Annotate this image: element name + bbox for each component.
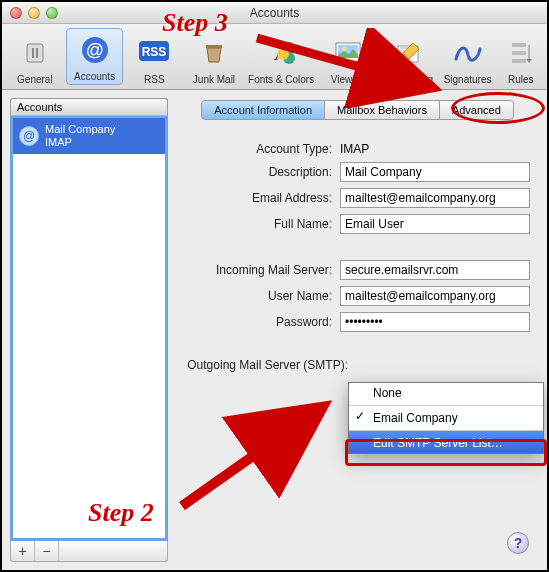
incoming-server-field[interactable] [340, 260, 530, 280]
toolbar-fonts[interactable]: A Fonts & Colors [245, 34, 318, 85]
tab-advanced[interactable]: Advanced [439, 100, 514, 120]
smtp-option-selected[interactable]: Email Company [349, 405, 543, 428]
svg-rect-2 [36, 48, 38, 58]
svg-rect-7 [206, 45, 222, 48]
incoming-label: Incoming Mail Server: [176, 263, 340, 277]
window-controls [10, 7, 58, 19]
svg-rect-16 [512, 43, 526, 47]
smtp-option-edit-list[interactable]: Edit SMTP Server List… [349, 430, 543, 453]
fullname-label: Full Name: [176, 217, 340, 231]
toolbar-general[interactable]: General [6, 34, 64, 85]
sidebar-header: Accounts [10, 98, 168, 116]
close-icon[interactable] [10, 7, 22, 19]
username-label: User Name: [176, 289, 340, 303]
svg-text:RSS: RSS [142, 45, 167, 59]
svg-point-11 [277, 48, 289, 60]
account-form: Account Type: IMAP Description: Email Ad… [176, 142, 539, 372]
main-pane: Account Information Mailbox Behaviors Ad… [176, 98, 539, 562]
toolbar-junk[interactable]: Junk Mail [185, 34, 243, 85]
svg-rect-18 [512, 59, 526, 63]
account-protocol: IMAP [45, 136, 115, 149]
accounts-list[interactable]: @ Mail Company IMAP [10, 116, 168, 541]
zoom-icon[interactable] [46, 7, 58, 19]
password-field[interactable] [340, 312, 530, 332]
tab-mailbox-behaviors[interactable]: Mailbox Behaviors [324, 100, 440, 120]
description-label: Description: [176, 165, 340, 179]
toolbar-signatures[interactable]: Signatures [439, 34, 497, 85]
titlebar: Accounts [2, 2, 547, 24]
smtp-label: Outgoing Mail Server (SMTP): [176, 358, 356, 372]
password-label: Password: [176, 315, 340, 329]
sidebar-footer: + − [10, 541, 168, 562]
toolbar-label: Viewing [331, 74, 366, 85]
toolbar-rss[interactable]: RSS RSS [125, 34, 183, 85]
compose-icon [388, 34, 428, 72]
email-field[interactable] [340, 188, 530, 208]
window-title: Accounts [2, 6, 547, 20]
svg-text:@: @ [85, 40, 103, 60]
fullname-field[interactable] [340, 214, 530, 234]
rules-icon [501, 34, 541, 72]
toolbar-label: Accounts [74, 71, 115, 82]
svg-rect-17 [512, 51, 526, 55]
help-button[interactable]: ? [507, 532, 529, 554]
remove-account-button[interactable]: − [35, 541, 59, 561]
toolbar-label: Rules [508, 74, 534, 85]
toolbar-label: RSS [144, 74, 165, 85]
toolbar-viewing[interactable]: Viewing [319, 34, 377, 85]
sidebar: Accounts @ Mail Company IMAP + − [10, 98, 168, 562]
svg-rect-0 [27, 44, 43, 62]
tab-account-information[interactable]: Account Information [201, 100, 325, 120]
account-type-value: IMAP [340, 142, 539, 156]
account-name: Mail Company [45, 123, 115, 136]
description-field[interactable] [340, 162, 530, 182]
preferences-window: Accounts General @ Accounts RSS RSS Junk [0, 0, 549, 572]
toolbar-accounts[interactable]: @ Accounts [66, 28, 124, 85]
smtp-option-none[interactable]: None [349, 383, 543, 403]
account-item[interactable]: @ Mail Company IMAP [13, 118, 165, 154]
username-field[interactable] [340, 286, 530, 306]
signature-icon [448, 34, 488, 72]
toolbar: General @ Accounts RSS RSS Junk Mail A F… [2, 24, 547, 90]
rss-icon: RSS [134, 34, 174, 72]
toolbar-label: Signatures [444, 74, 492, 85]
at-icon: @ [75, 31, 115, 69]
toolbar-label: Junk Mail [193, 74, 235, 85]
svg-point-14 [342, 47, 346, 51]
switch-icon [15, 34, 55, 72]
photo-icon [328, 34, 368, 72]
font-icon: A [261, 34, 301, 72]
toolbar-label: Composing [383, 74, 434, 85]
toolbar-label: Fonts & Colors [248, 74, 314, 85]
toolbar-composing[interactable]: Composing [379, 34, 437, 85]
at-icon: @ [19, 126, 39, 146]
account-item-text: Mail Company IMAP [45, 123, 115, 149]
window-body: Accounts @ Mail Company IMAP + − Account… [2, 90, 547, 570]
toolbar-rules[interactable]: Rules [498, 34, 543, 85]
tab-bar: Account Information Mailbox Behaviors Ad… [176, 100, 539, 120]
trash-icon [194, 34, 234, 72]
svg-rect-1 [32, 48, 34, 58]
smtp-server-menu[interactable]: None Email Company Edit SMTP Server List… [348, 382, 544, 454]
minimize-icon[interactable] [28, 7, 40, 19]
toolbar-label: General [17, 74, 53, 85]
account-type-label: Account Type: [176, 142, 340, 156]
email-label: Email Address: [176, 191, 340, 205]
add-account-button[interactable]: + [11, 541, 35, 561]
